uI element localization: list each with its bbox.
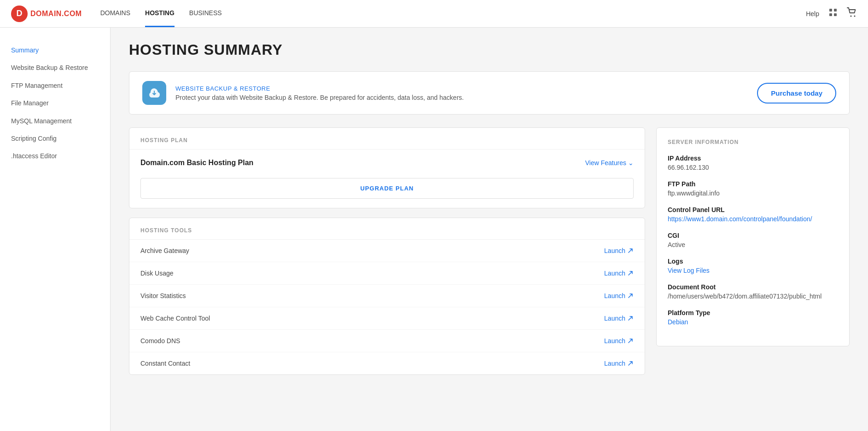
tool-row-disk-usage: Disk Usage Launch (129, 262, 645, 285)
purchase-today-button[interactable]: Purchase today (757, 83, 836, 103)
launch-link-disk-usage[interactable]: Launch (604, 270, 634, 277)
server-label-control-panel: Control Panel URL (668, 206, 838, 213)
backup-banner-desc: Protect your data with Website Backup & … (175, 94, 757, 101)
two-col: HOSTING PLAN Domain.com Basic Hosting Pl… (129, 127, 850, 384)
col-left: HOSTING PLAN Domain.com Basic Hosting Pl… (129, 127, 645, 384)
backup-banner-title: WEBSITE BACKUP & RESTORE (175, 85, 757, 92)
server-value-cgi: Active (668, 241, 838, 248)
svg-rect-0 (829, 9, 832, 11)
tool-name-constant-contact: Constant Contact (140, 360, 190, 367)
server-info-card: SERVER INFORMATION IP Address 66.96.162.… (656, 127, 850, 346)
view-features-link[interactable]: View Features ⌄ (585, 159, 634, 167)
svg-rect-3 (834, 13, 837, 16)
tool-row-comodo-dns: Comodo DNS Launch (129, 330, 645, 352)
tool-name-comodo-dns: Comodo DNS (140, 337, 180, 345)
server-field-logs: Logs View Log Files (668, 258, 838, 274)
help-link[interactable]: Help (806, 10, 819, 17)
backup-icon (142, 81, 166, 105)
tool-name-visitor-statistics: Visitor Statistics (140, 292, 186, 299)
hosting-plan-header: HOSTING PLAN (129, 128, 645, 149)
hosting-tools-header: HOSTING TOOLS (129, 218, 645, 240)
nav-link-hosting[interactable]: HOSTING (145, 0, 175, 27)
svg-rect-1 (834, 9, 837, 11)
svg-rect-2 (829, 13, 832, 16)
main-content: HOSTING SUMMARY WEBSITE BACKUP & RESTORE… (111, 28, 868, 431)
nav-link-domains[interactable]: DOMAINS (100, 0, 130, 27)
sidebar: Summary Website Backup & Restore FTP Man… (0, 28, 111, 431)
server-field-doc-root: Document Root /home/users/web/b472/dom.a… (668, 283, 838, 300)
hosting-tools-card: HOSTING TOOLS Archive Gateway Launch Dis… (129, 218, 645, 375)
tools-list: Archive Gateway Launch Disk Usage Launch (129, 240, 645, 374)
server-info-header: SERVER INFORMATION (668, 139, 838, 145)
sidebar-item-scripting[interactable]: Scripting Config (0, 130, 110, 147)
sidebar-item-file-manager[interactable]: File Manager (0, 94, 110, 112)
nav-right: Help (806, 7, 857, 20)
backup-banner: WEBSITE BACKUP & RESTORE Protect your da… (129, 71, 850, 115)
server-label-cgi: CGI (668, 232, 838, 239)
server-label-logs: Logs (668, 258, 838, 265)
launch-link-constant-contact[interactable]: Launch (604, 360, 634, 367)
launch-link-visitor-statistics[interactable]: Launch (604, 292, 634, 299)
logo-text: DOMAIN.COM (30, 10, 82, 18)
server-label-doc-root: Document Root (668, 283, 838, 291)
svg-point-5 (854, 16, 856, 17)
svg-point-4 (851, 16, 852, 17)
grid-icon[interactable] (828, 8, 838, 19)
logo[interactable]: D DOMAIN.COM (11, 6, 82, 22)
launch-link-web-cache[interactable]: Launch (604, 315, 634, 322)
page-title: HOSTING SUMMARY (129, 41, 850, 58)
server-value-control-panel[interactable]: https://www1.domain.com/controlpanel/fou… (668, 215, 838, 223)
chevron-down-icon: ⌄ (628, 159, 634, 167)
tool-row-constant-contact: Constant Contact Launch (129, 352, 645, 374)
server-field-platform: Platform Type Debian (668, 309, 838, 326)
hosting-plan-card: HOSTING PLAN Domain.com Basic Hosting Pl… (129, 127, 645, 208)
server-field-ip: IP Address 66.96.162.130 (668, 155, 838, 171)
server-value-platform[interactable]: Debian (668, 318, 838, 326)
sidebar-item-ftp[interactable]: FTP Management (0, 77, 110, 94)
server-field-cgi: CGI Active (668, 232, 838, 248)
page-layout: Summary Website Backup & Restore FTP Man… (0, 28, 868, 431)
backup-info: WEBSITE BACKUP & RESTORE Protect your da… (175, 85, 757, 101)
upgrade-plan-button[interactable]: UPGRADE PLAN (140, 178, 634, 199)
plan-row: Domain.com Basic Hosting Plan View Featu… (140, 159, 634, 167)
server-value-ftp: ftp.wwwdigital.info (668, 190, 838, 197)
nav-link-business[interactable]: BUSINESS (189, 0, 222, 27)
sidebar-item-backup[interactable]: Website Backup & Restore (0, 59, 110, 76)
tool-row-visitor-statistics: Visitor Statistics Launch (129, 285, 645, 307)
col-right: SERVER INFORMATION IP Address 66.96.162.… (656, 127, 850, 346)
sidebar-item-mysql[interactable]: MySQL Management (0, 112, 110, 130)
server-label-ftp: FTP Path (668, 180, 838, 188)
sidebar-item-htaccess[interactable]: .htaccess Editor (0, 147, 110, 165)
server-field-ftp: FTP Path ftp.wwwdigital.info (668, 180, 838, 197)
server-value-ip: 66.96.162.130 (668, 164, 838, 171)
cart-icon[interactable] (847, 7, 857, 20)
server-value-doc-root: /home/users/web/b472/dom.affiliate07132/… (668, 293, 838, 300)
tool-name-disk-usage: Disk Usage (140, 270, 174, 277)
launch-link-comodo-dns[interactable]: Launch (604, 337, 634, 345)
tool-row-web-cache: Web Cache Control Tool Launch (129, 307, 645, 330)
plan-name: Domain.com Basic Hosting Plan (140, 159, 253, 167)
tool-row-archive-gateway: Archive Gateway Launch (129, 240, 645, 262)
logo-icon: D (11, 6, 28, 22)
launch-link-archive-gateway[interactable]: Launch (604, 247, 634, 254)
tool-name-web-cache: Web Cache Control Tool (140, 315, 210, 322)
server-value-logs[interactable]: View Log Files (668, 267, 838, 274)
tool-name-archive-gateway: Archive Gateway (140, 247, 189, 254)
top-nav: D DOMAIN.COM DOMAINS HOSTING BUSINESS He… (0, 0, 868, 28)
sidebar-item-summary[interactable]: Summary (0, 41, 110, 59)
server-label-platform: Platform Type (668, 309, 838, 316)
server-label-ip: IP Address (668, 155, 838, 162)
nav-links: DOMAINS HOSTING BUSINESS (100, 0, 806, 27)
hosting-plan-body: Domain.com Basic Hosting Plan View Featu… (129, 149, 645, 208)
server-field-control-panel: Control Panel URL https://www1.domain.co… (668, 206, 838, 223)
